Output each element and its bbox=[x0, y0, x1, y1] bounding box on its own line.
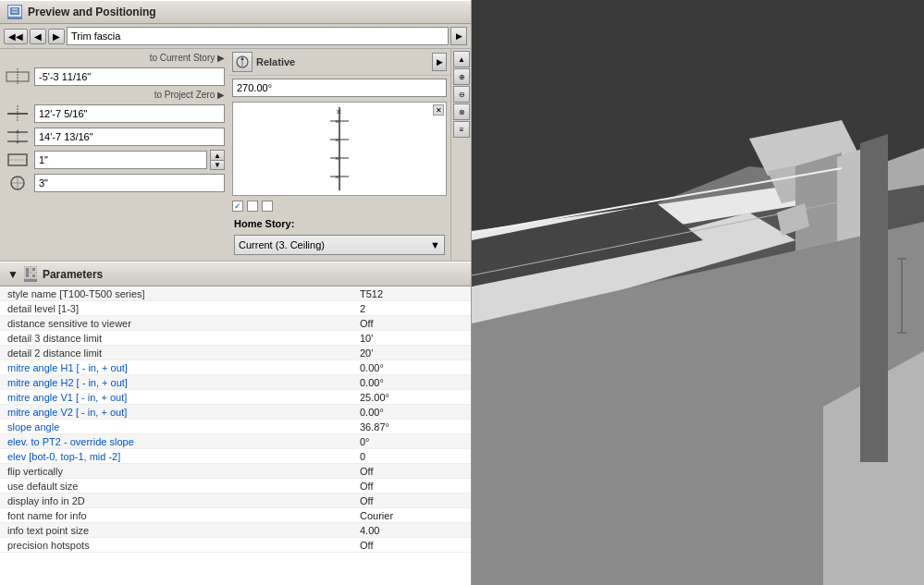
param-value-0: T512 bbox=[352, 288, 463, 299]
param-row-9: slope angle36.87° bbox=[0, 420, 471, 434]
param-value-12: Off bbox=[352, 466, 463, 477]
param-name-4: detail 2 distance limit bbox=[7, 347, 352, 359]
checkbox-1[interactable] bbox=[232, 201, 243, 212]
svg-marker-49 bbox=[860, 134, 888, 462]
params-title: Parameters bbox=[43, 268, 103, 281]
right-btn-3[interactable]: ⊖ bbox=[453, 86, 470, 103]
position-input-2[interactable] bbox=[34, 104, 225, 123]
right-vertical-toolbar: ▲ ⊕ ⊖ ⊗ ≡ bbox=[450, 49, 471, 261]
param-value-17: Off bbox=[352, 540, 463, 551]
right-btn-1[interactable]: ▲ bbox=[453, 51, 470, 67]
home-story-label: Home Story: bbox=[234, 218, 294, 229]
3d-view-svg bbox=[472, 0, 924, 585]
to-project-zero-label: to Project Zero ▶ bbox=[154, 90, 225, 100]
degree-row bbox=[228, 76, 450, 100]
param-row-5: mitre angle H1 [ - in, + out]0.00° bbox=[0, 360, 471, 375]
svg-rect-32 bbox=[31, 274, 36, 278]
right-btn-4[interactable]: ⊗ bbox=[453, 104, 470, 120]
param-row-11: elev [bot-0, top-1, mid -2]0 bbox=[0, 449, 471, 464]
position-input-3[interactable] bbox=[34, 128, 225, 146]
checkbox-3[interactable] bbox=[262, 201, 273, 212]
home-story-row: Home Story: bbox=[228, 214, 450, 233]
param-row-8: mitre angle V2 [ - in, + out]0.00° bbox=[0, 405, 471, 420]
right-btn-5[interactable]: ≡ bbox=[453, 121, 470, 138]
param-row-7: mitre angle V1 [ - in, + out]25.00° bbox=[0, 390, 471, 405]
preview-crosshair-svg: × × × × ✕ bbox=[302, 103, 376, 195]
param-row-6: mitre angle H2 [ - in, + out]0.00° bbox=[0, 375, 471, 390]
param-name-10: elev. to PT2 - override slope bbox=[7, 436, 352, 447]
param-value-8: 0.00° bbox=[352, 407, 463, 418]
param-value-15: Courier bbox=[352, 510, 463, 521]
param-value-7: 25.00° bbox=[352, 392, 463, 403]
to-current-story-label: to Current Story ▶ bbox=[150, 53, 225, 63]
param-value-9: 36.87° bbox=[352, 421, 463, 433]
params-collapse-arrow[interactable]: ▼ bbox=[7, 268, 18, 281]
checkboxes-row bbox=[228, 198, 450, 214]
svg-marker-10 bbox=[16, 129, 19, 133]
param-value-2: Off bbox=[352, 318, 463, 329]
param-name-16: info text point size bbox=[7, 525, 352, 536]
section-title: Preview and Positioning bbox=[28, 6, 156, 18]
param-row-4: detail 2 distance limit20' bbox=[0, 346, 471, 360]
home-story-value: Current (3. Ceiling) bbox=[239, 239, 430, 250]
degree-input[interactable] bbox=[232, 79, 447, 97]
param-row-13: use default sizeOff bbox=[0, 479, 471, 494]
params-icon bbox=[24, 266, 37, 282]
param-row-2: distance sensitive to viewerOff bbox=[0, 316, 471, 331]
param-value-6: 0.00° bbox=[352, 377, 463, 388]
svg-text:✕: ✕ bbox=[336, 108, 342, 116]
svg-rect-0 bbox=[9, 6, 20, 16]
preview-area: ✕ × × × × ✕ bbox=[232, 102, 447, 196]
right-panel-3d bbox=[472, 0, 924, 585]
param-value-3: 10' bbox=[352, 333, 463, 344]
preview-close-button[interactable]: ✕ bbox=[433, 104, 444, 116]
param-row-12: flip verticallyOff bbox=[0, 464, 471, 479]
element-name-input[interactable] bbox=[67, 27, 449, 45]
param-name-8: mitre angle V2 [ - in, + out] bbox=[7, 407, 352, 418]
param-row-17: precision hotspotsOff bbox=[0, 538, 471, 553]
section-icon bbox=[7, 5, 22, 19]
position-input-5[interactable] bbox=[34, 174, 225, 192]
pos-icon-5 bbox=[4, 174, 31, 192]
param-name-12: flip vertically bbox=[7, 466, 352, 477]
svg-rect-31 bbox=[31, 267, 36, 272]
home-story-select[interactable]: Current (3. Ceiling) ▼ bbox=[234, 235, 445, 255]
relative-icon-button[interactable] bbox=[232, 52, 253, 72]
prev-button[interactable]: ◀ bbox=[30, 29, 46, 44]
relative-label: Relative bbox=[256, 56, 295, 67]
param-row-10: elev. to PT2 - override slope0° bbox=[0, 434, 471, 449]
home-story-dropdown-arrow: ▼ bbox=[430, 239, 440, 250]
pos-icon-1 bbox=[4, 67, 31, 86]
param-row-0: style name [T100-T500 series]T512 bbox=[0, 286, 471, 301]
param-row-3: detail 3 distance limit10' bbox=[0, 331, 471, 346]
right-btn-2[interactable]: ⊕ bbox=[453, 68, 470, 85]
relative-arrow[interactable]: ▶ bbox=[432, 53, 447, 71]
param-value-10: 0° bbox=[352, 436, 463, 447]
param-name-3: detail 3 distance limit bbox=[7, 333, 352, 344]
param-value-5: 0.00° bbox=[352, 362, 463, 373]
position-row-1 bbox=[4, 67, 225, 87]
param-row-15: font name for infoCourier bbox=[0, 508, 471, 523]
pos-icon-4 bbox=[4, 151, 31, 169]
back-button[interactable]: ◀◀ bbox=[4, 29, 28, 44]
param-name-15: font name for info bbox=[7, 510, 352, 521]
position-row-5 bbox=[4, 173, 225, 193]
param-name-2: distance sensitive to viewer bbox=[7, 318, 352, 329]
position-input-1[interactable] bbox=[34, 67, 225, 86]
param-value-13: Off bbox=[352, 481, 463, 492]
param-name-17: precision hotspots bbox=[7, 540, 352, 551]
param-row-1: detail level [1-3]2 bbox=[0, 301, 471, 316]
param-name-0: style name [T100-T500 series] bbox=[7, 288, 352, 299]
svg-text:×: × bbox=[335, 136, 339, 144]
param-value-14: Off bbox=[352, 495, 463, 506]
relative-row: Relative ▶ bbox=[228, 49, 450, 76]
param-row-14: display info in 2DOff bbox=[0, 494, 471, 508]
checkbox-2[interactable] bbox=[247, 201, 258, 212]
position-input-4[interactable] bbox=[34, 151, 207, 169]
stepper-4[interactable]: ▲ ▼ bbox=[210, 150, 225, 170]
next-button[interactable]: ▶ bbox=[48, 29, 65, 44]
param-row-16: info text point size4.00 bbox=[0, 523, 471, 538]
left-panel: Preview and Positioning ◀◀ ◀ ▶ ▶ to Curr… bbox=[0, 0, 472, 585]
param-value-4: 20' bbox=[352, 347, 463, 359]
name-arrow-button[interactable]: ▶ bbox=[450, 27, 467, 45]
